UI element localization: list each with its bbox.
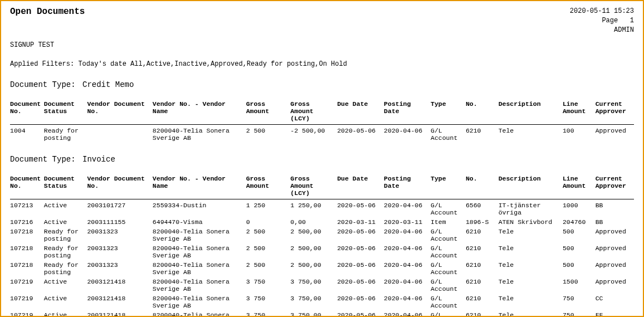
applied-filters: Applied Filters: Today's date All,Active… bbox=[10, 60, 634, 68]
col-posting: Posting Date bbox=[384, 174, 431, 199]
cell-type: G/L Account bbox=[431, 243, 466, 260]
cell-vendor-doc-no: 2003101727 bbox=[87, 199, 152, 218]
cell-line: 1500 bbox=[563, 277, 596, 294]
cell-no: 6210 bbox=[466, 277, 499, 294]
report-timestamp: 2020-05-11 15:23 bbox=[570, 7, 634, 16]
table-row: 107218Ready for posting200313238200040-T… bbox=[10, 227, 634, 243]
cell-posting: 2020-04-06 bbox=[384, 199, 431, 218]
cell-no: 6210 bbox=[466, 125, 499, 143]
col-doc-status: Document Status bbox=[44, 174, 87, 199]
cell-due: 2020-03-11 bbox=[337, 217, 384, 227]
cell-gross: 3 750 bbox=[246, 294, 291, 310]
col-type: Type bbox=[431, 99, 466, 125]
cell-doc-no: 107218 bbox=[10, 243, 44, 260]
cell-line: 750 bbox=[563, 294, 596, 310]
cell-doc-no: 107219 bbox=[10, 277, 44, 294]
col-desc: Description bbox=[499, 99, 563, 125]
cell-no: 6210 bbox=[466, 310, 499, 317]
cell-doc-no: 107218 bbox=[10, 260, 44, 277]
cell-gross-lcy: 2 500,00 bbox=[290, 260, 337, 277]
cell-doc-status: Active bbox=[44, 294, 87, 310]
cell-approver: Approved bbox=[596, 227, 634, 243]
cell-doc-no: 107219 bbox=[10, 294, 44, 310]
cell-approver: Approved bbox=[596, 260, 634, 277]
cell-due: 2020-05-06 bbox=[337, 125, 384, 143]
cell-line: 500 bbox=[563, 227, 596, 243]
col-due: Due Date bbox=[337, 174, 384, 199]
report-meta: 2020-05-11 15:23 Page 1 ADMIN bbox=[570, 7, 634, 35]
cell-desc: Tele bbox=[499, 310, 563, 317]
cell-due: 2020-05-06 bbox=[337, 243, 384, 260]
col-line: Line Amount bbox=[563, 99, 596, 125]
cell-desc: Tele bbox=[499, 277, 563, 294]
cell-type: G/L Account bbox=[431, 227, 466, 243]
cell-vendor: 8200040-Telia Sonera Sverige AB bbox=[153, 125, 246, 143]
cell-gross: 1 250 bbox=[246, 199, 291, 218]
cell-gross-lcy: 3 750,00 bbox=[290, 294, 337, 310]
cell-approver: CC bbox=[596, 294, 634, 310]
report-page: Open Documents 2020-05-11 15:23 Page 1 A… bbox=[0, 0, 644, 317]
cell-no: 6210 bbox=[466, 243, 499, 260]
cell-gross: 0 bbox=[246, 217, 291, 227]
cell-type: G/L Account bbox=[431, 294, 466, 310]
cell-line: 100 bbox=[563, 125, 596, 143]
table-row: 107218Ready for posting200313238200040-T… bbox=[10, 243, 634, 260]
col-no: No. bbox=[466, 174, 499, 199]
cell-approver: Approved bbox=[596, 243, 634, 260]
cell-type: G/L Account bbox=[431, 277, 466, 294]
col-gross: Gross Amount bbox=[246, 174, 291, 199]
cell-due: 2020-05-06 bbox=[337, 260, 384, 277]
col-desc: Description bbox=[499, 174, 563, 199]
cell-doc-status: Ready for posting bbox=[44, 243, 87, 260]
col-doc-no: Document No. bbox=[10, 99, 44, 125]
cell-no: 6210 bbox=[466, 260, 499, 277]
cell-approver: BB bbox=[596, 217, 634, 227]
cell-vendor-doc-no: 2003111155 bbox=[87, 217, 152, 227]
cell-due: 2020-05-06 bbox=[337, 310, 384, 317]
col-approver: Current Approver bbox=[596, 174, 634, 199]
document-type-heading: Document Type:Credit Memo bbox=[10, 80, 634, 89]
cell-type: G/L Account bbox=[431, 310, 466, 317]
cell-doc-status: Ready for posting bbox=[44, 260, 87, 277]
cell-approver: Approved bbox=[596, 125, 634, 143]
cell-posting: 2020-04-06 bbox=[384, 294, 431, 310]
report-page-line: Page 1 bbox=[570, 16, 634, 26]
cell-desc: Tele bbox=[499, 125, 563, 143]
cell-gross: 2 500 bbox=[246, 227, 291, 243]
cell-posting: 2020-04-06 bbox=[384, 125, 431, 143]
report-header: Open Documents 2020-05-11 15:23 Page 1 A… bbox=[10, 7, 634, 35]
cell-no: 6210 bbox=[466, 294, 499, 310]
cell-gross-lcy: -2 500,00 bbox=[290, 125, 337, 143]
document-type-heading: Document Type:Invoice bbox=[10, 155, 634, 164]
document-type-value: Invoice bbox=[82, 155, 115, 164]
cell-doc-status: Active bbox=[44, 310, 87, 317]
cell-gross-lcy: 3 750,00 bbox=[290, 310, 337, 317]
cell-vendor: 8200040-Telia Sonera Sverige AB bbox=[153, 294, 246, 310]
cell-doc-no: 107216 bbox=[10, 217, 44, 227]
cell-posting: 2020-03-11 bbox=[384, 217, 431, 227]
col-gross: Gross Amount bbox=[246, 99, 291, 125]
report-title: Open Documents bbox=[10, 7, 85, 17]
cell-posting: 2020-04-06 bbox=[384, 260, 431, 277]
cell-line: 500 bbox=[563, 260, 596, 277]
cell-gross-lcy: 2 500,00 bbox=[290, 243, 337, 260]
document-type-label: Document Type: bbox=[10, 155, 82, 164]
table-row: 107218Ready for posting200313238200040-T… bbox=[10, 260, 634, 277]
cell-posting: 2020-04-06 bbox=[384, 277, 431, 294]
cell-gross-lcy: 2 500,00 bbox=[290, 227, 337, 243]
cell-line: 204760 bbox=[563, 217, 596, 227]
cell-posting: 2020-04-06 bbox=[384, 310, 431, 317]
cell-due: 2020-05-06 bbox=[337, 294, 384, 310]
col-doc-status: Document Status bbox=[44, 99, 87, 125]
cell-gross: 2 500 bbox=[246, 125, 291, 143]
cell-doc-status: Active bbox=[44, 199, 87, 218]
col-gross-lcy: Gross Amount (LCY) bbox=[290, 99, 337, 125]
col-posting: Posting Date bbox=[384, 99, 431, 125]
cell-line: 1000 bbox=[563, 199, 596, 218]
cell-approver: BB bbox=[596, 199, 634, 218]
table-row: 107219Active20031214188200040-Telia Sone… bbox=[10, 310, 634, 317]
cell-gross: 2 500 bbox=[246, 260, 291, 277]
cell-vendor-doc-no: 20031323 bbox=[87, 227, 152, 243]
cell-no: 1896-S bbox=[466, 217, 499, 227]
document-type-label: Document Type: bbox=[10, 80, 82, 89]
